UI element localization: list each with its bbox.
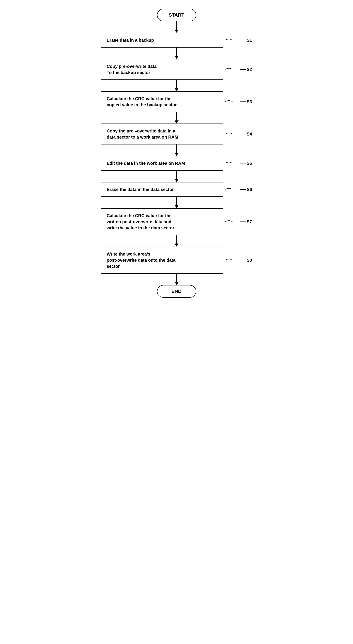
- s8-node: Write the work area's post-overwrite dat…: [101, 246, 223, 274]
- s2-connector: S2: [225, 67, 252, 72]
- s6-label: S6: [240, 187, 252, 192]
- s7-connector: S7: [225, 219, 252, 224]
- arrow-3: [175, 80, 179, 91]
- arrow-1: [175, 22, 179, 33]
- s1-connector: S1: [225, 38, 252, 43]
- s1-node: Erase data in a backup: [101, 33, 223, 48]
- arrow-8: [175, 235, 179, 246]
- s7-label: S7: [240, 219, 252, 224]
- s3-label: S3: [240, 99, 252, 104]
- s7-node: Calculate the CRC value for the written …: [101, 208, 223, 235]
- s5-connector: S5: [225, 160, 252, 166]
- start-node: START: [157, 9, 196, 22]
- s6-node: Erase the data in the data sector: [101, 182, 223, 197]
- s8-label: S8: [240, 258, 252, 263]
- arrow-4: [175, 112, 179, 124]
- step-s8-row: Write the work area's post-overwrite dat…: [101, 246, 252, 274]
- arrow-7: [175, 197, 179, 208]
- s4-label: S4: [240, 132, 252, 136]
- step-s2-row: Copy pre-overwrite data To the backup se…: [101, 59, 252, 80]
- end-node: END: [157, 285, 196, 298]
- arrow-2: [175, 48, 179, 59]
- s4-connector: S4: [225, 132, 252, 136]
- s5-label: S5: [240, 161, 252, 166]
- s1-label: S1: [240, 38, 252, 43]
- s4-node: Copy the pre –overwrite data in a data s…: [101, 124, 223, 144]
- s2-label: S2: [240, 67, 252, 72]
- arrow-6: [175, 171, 179, 182]
- arrow-9: [175, 274, 179, 285]
- s6-connector: S6: [225, 187, 252, 192]
- s8-connector: S8: [225, 258, 252, 263]
- s3-node: Calculate the CRC value for the copied v…: [101, 91, 223, 112]
- step-s3-row: Calculate the CRC value for the copied v…: [101, 91, 252, 112]
- step-s5-row: Edit the data in the work area on RAM S5: [101, 156, 252, 171]
- step-s1-row: Erase data in a backup S1: [101, 33, 252, 48]
- s5-node: Edit the data in the work area on RAM: [101, 156, 223, 171]
- step-s7-row: Calculate the CRC value for the written …: [101, 208, 252, 235]
- flowchart: START Erase data in a backup S1 Copy pre…: [100, 9, 253, 298]
- step-s6-row: Erase the data in the data sector S6: [101, 182, 252, 197]
- s3-connector: S3: [225, 99, 252, 104]
- arrow-5: [175, 144, 179, 156]
- step-s4-row: Copy the pre –overwrite data in a data s…: [101, 124, 252, 144]
- s2-node: Copy pre-overwrite data To the backup se…: [101, 59, 223, 80]
